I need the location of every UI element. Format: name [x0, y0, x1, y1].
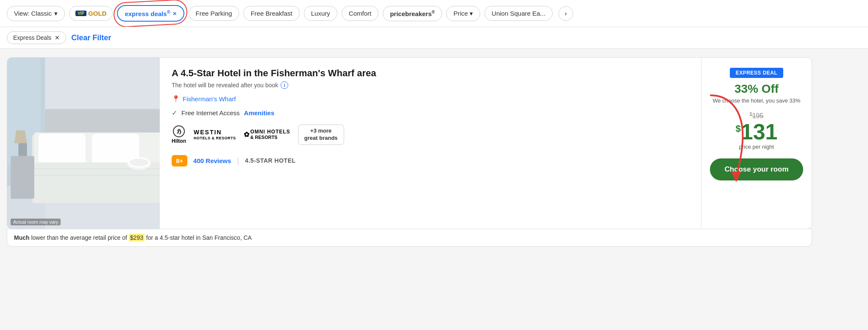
review-count[interactable]: 400 Reviews: [193, 157, 231, 164]
discount-description: We choose the hotel, you save 33%: [712, 97, 800, 104]
scroll-right-button[interactable]: ›: [559, 6, 573, 21]
review-score-badge: 8+: [172, 155, 187, 166]
free-parking-chip[interactable]: Free Parking: [189, 6, 239, 21]
vip-badge: VIP: [75, 11, 86, 16]
hilton-name: Hilton: [172, 138, 186, 144]
reveal-text: The hotel will be revealed after you boo…: [172, 81, 689, 89]
price-label: Price: [453, 10, 468, 17]
average-price-highlight: $293: [129, 234, 145, 241]
comfort-chip[interactable]: Comfort: [342, 6, 378, 21]
comparison-bold: Much: [14, 234, 30, 241]
actual-room-label: Actual room may vary: [11, 219, 61, 225]
location-pin-icon: 📍: [172, 95, 180, 103]
hilton-brand: ℌ Hilton: [172, 125, 186, 144]
omni-brand: ✿ OMNI HOTELS & RESORTS: [244, 129, 290, 141]
amenities-link[interactable]: Amenities: [244, 109, 275, 116]
discount-percentage: 33% Off: [734, 82, 779, 96]
divider: |: [237, 156, 239, 165]
hotel-details: A 4.5-Star Hotel in the Fisherman's Whar…: [160, 58, 701, 229]
omni-logo-icon: ✿: [244, 130, 249, 139]
comfort-label: Comfort: [349, 10, 371, 17]
choose-room-button[interactable]: Choose your room: [710, 158, 803, 180]
location-text: Fisherman's Wharf: [183, 95, 236, 103]
price-chevron-icon: ▾: [470, 10, 473, 17]
filter-bar: View: Classic ▾ VIP GOLD express deals® …: [0, 0, 868, 27]
hotel-card: Actual room may vary A 4.5-Star Hotel in…: [7, 57, 812, 229]
chevron-down-icon: ▾: [54, 10, 58, 17]
free-breakfast-label: Free Breakfast: [250, 10, 292, 17]
clear-filter-button[interactable]: Clear Filter: [71, 33, 111, 42]
amenity-row: ✓ Free Internet Access Amenities: [172, 109, 689, 117]
remove-filter-icon[interactable]: ✕: [55, 34, 60, 41]
location-row: 📍 Fisherman's Wharf: [172, 95, 689, 103]
more-brands-chip[interactable]: +3 more great brands: [298, 125, 344, 145]
review-row: 8+ 400 Reviews | 4.5-STAR HOTEL: [172, 155, 689, 166]
price-per-night-label: price per night: [739, 144, 774, 150]
star-rating-label: 4.5-STAR HOTEL: [245, 157, 296, 164]
svg-rect-15: [11, 156, 34, 199]
chevron-right-icon: ›: [565, 10, 567, 17]
svg-rect-16: [18, 143, 27, 156]
price-chip[interactable]: Price ▾: [446, 6, 480, 21]
comparison-suffix: for a 4.5-star hotel in San Francisco, C…: [146, 234, 252, 241]
location-label: Union Square Ea...: [492, 10, 545, 17]
vip-gold-chip[interactable]: VIP GOLD: [69, 6, 113, 21]
main-content: Actual room may vary A 4.5-Star Hotel in…: [0, 49, 868, 255]
svg-rect-7: [39, 134, 86, 164]
brands-row: ℌ Hilton WESTIN HOTELS & RESORTS ✿ OMNI: [172, 125, 689, 145]
hotel-title: A 4.5-Star Hotel in the Fisherman's Whar…: [172, 68, 689, 79]
svg-rect-4: [45, 109, 160, 135]
original-price: $195: [750, 111, 764, 120]
hilton-logo-circle: ℌ: [173, 125, 185, 137]
close-icon[interactable]: ×: [173, 10, 177, 17]
check-icon: ✓: [172, 109, 177, 117]
gold-label: GOLD: [88, 10, 106, 17]
pricebreakers-label: pricebreakers®: [390, 10, 435, 17]
svg-marker-17: [14, 130, 27, 143]
view-classic-label: View: Classic: [14, 10, 52, 17]
comparison-text: lower than the average retail price of: [31, 234, 128, 241]
free-breakfast-chip[interactable]: Free Breakfast: [243, 6, 299, 21]
express-deals-label: express deals®: [125, 9, 170, 17]
luxury-chip[interactable]: Luxury: [304, 6, 337, 21]
current-price: $131: [735, 121, 777, 143]
location-chip[interactable]: Union Square Ea...: [484, 6, 553, 21]
active-filter-row: Express Deals ✕ Clear Filter: [0, 27, 868, 49]
svg-point-14: [130, 158, 148, 166]
info-icon[interactable]: i: [281, 81, 288, 89]
amenity-text: Free Internet Access: [181, 109, 240, 116]
hotel-image-area: Actual room may vary: [7, 58, 160, 229]
hotel-image: [7, 58, 160, 229]
free-parking-label: Free Parking: [196, 10, 232, 17]
view-classic-chip[interactable]: View: Classic ▾: [7, 6, 65, 21]
express-deals-chip[interactable]: express deals® ×: [117, 5, 184, 22]
westin-brand: WESTIN HOTELS & RESORTS: [194, 129, 236, 141]
luxury-label: Luxury: [311, 10, 330, 17]
active-filter-label: Express Deals: [13, 34, 51, 41]
comparison-bar: Much lower than the average retail price…: [7, 229, 812, 247]
active-filter-tag: Express Deals ✕: [7, 31, 66, 44]
pricebreakers-chip[interactable]: pricebreakers®: [383, 6, 442, 21]
pricing-panel: EXPRESS DEAL 33% Off We choose the hotel…: [701, 58, 812, 229]
express-deal-badge: EXPRESS DEAL: [730, 68, 784, 78]
